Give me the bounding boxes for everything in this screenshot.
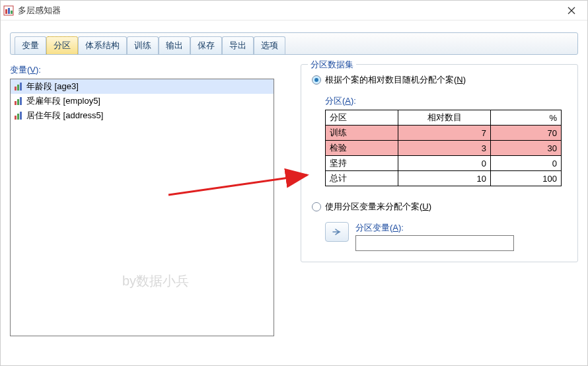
partition-fieldset: 分区数据集 根据个案的相对数目随机分配个案(N) 分区(A): 分区: [301, 64, 578, 262]
radio-label: 根据个案的相对数目随机分配个案(N): [325, 74, 466, 86]
cell-pct: 30: [491, 141, 562, 156]
svg-rect-2: [8, 8, 10, 14]
list-item[interactable]: 受雇年段 [employ5]: [11, 94, 274, 108]
radio-use-variable[interactable]: 使用分区变量来分配个案(U): [312, 201, 567, 213]
fieldset-legend: 分区数据集: [308, 59, 356, 71]
cell-partition: 总计: [326, 171, 398, 186]
tab-3[interactable]: 训练: [127, 36, 159, 54]
partition-variable-label: 分区变量(A):: [355, 222, 514, 234]
th-partition: 分区: [326, 110, 398, 126]
tab-1[interactable]: 分区: [46, 36, 78, 54]
svg-rect-12: [15, 116, 17, 120]
svg-rect-1: [5, 9, 7, 14]
tab-0[interactable]: 变量: [15, 36, 46, 54]
list-item-label: 居住年段 [address5]: [26, 110, 103, 122]
cell-partition: 坚持: [326, 156, 398, 171]
dialog-window: 多层感知器 变量分区体系结构训练输出保存导出选项 变量(V): 年龄段 [age…: [0, 0, 588, 366]
content: 变量(V): 年龄段 [age3]受雇年段 [employ5]居住年段 [add…: [1, 55, 587, 365]
cell-rel[interactable]: 0: [398, 156, 491, 171]
list-item-label: 受雇年段 [employ5]: [26, 95, 100, 107]
th-relative: 相对数目: [398, 110, 491, 126]
close-icon: [568, 7, 575, 15]
partition-variable-row: 分区变量(A):: [325, 222, 567, 251]
variables-panel: 变量(V): 年龄段 [age3]受雇年段 [employ5]居住年段 [add…: [10, 64, 274, 365]
window-title: 多层感知器: [18, 5, 558, 17]
list-item[interactable]: 年龄段 [age3]: [11, 79, 274, 94]
svg-rect-10: [17, 99, 19, 105]
titlebar: 多层感知器: [1, 1, 587, 20]
radio-icon: [312, 202, 321, 211]
table-row[interactable]: 训练770: [326, 126, 562, 141]
svg-rect-6: [15, 87, 17, 91]
tab-6[interactable]: 导出: [222, 36, 254, 54]
close-button[interactable]: [558, 1, 585, 20]
variables-listbox[interactable]: 年龄段 [age3]受雇年段 [employ5]居住年段 [address5]: [10, 79, 274, 336]
tab-5[interactable]: 保存: [190, 36, 222, 54]
cell-rel[interactable]: 7: [398, 126, 491, 141]
variables-label: 变量(V):: [10, 64, 274, 76]
th-pct: %: [491, 110, 562, 126]
radio-icon: [312, 75, 321, 85]
cell-pct: 100: [491, 171, 562, 186]
table-row[interactable]: 检验330: [326, 141, 562, 156]
partition-variable-field[interactable]: [355, 235, 514, 251]
partition-table[interactable]: 分区 相对数目 % 训练770检验330坚持00总计10100: [325, 110, 562, 186]
svg-rect-13: [17, 114, 19, 120]
radio-label: 使用分区变量来分配个案(U): [325, 201, 431, 213]
svg-rect-11: [20, 97, 22, 105]
tab-2[interactable]: 体系结构: [78, 36, 127, 54]
cell-rel[interactable]: 3: [398, 141, 491, 156]
tab-4[interactable]: 输出: [159, 36, 190, 54]
table-section: 分区(A): 分区 相对数目 % 训练770检验330坚持00总计10100: [325, 95, 567, 186]
svg-rect-8: [20, 83, 22, 91]
move-right-button[interactable]: [325, 222, 349, 242]
app-icon: [3, 5, 14, 16]
svg-rect-7: [17, 85, 19, 91]
list-item-label: 年龄段 [age3]: [26, 81, 79, 92]
svg-rect-3: [11, 11, 13, 14]
list-item[interactable]: 居住年段 [address5]: [11, 108, 274, 123]
cell-pct: 70: [491, 126, 562, 141]
radio-random-assign[interactable]: 根据个案的相对数目随机分配个案(N): [312, 74, 567, 86]
partition-panel: 分区数据集 根据个案的相对数目随机分配个案(N) 分区(A): 分区: [274, 64, 578, 365]
table-row[interactable]: 坚持00: [326, 156, 562, 171]
cell-pct: 0: [491, 156, 562, 171]
table-label: 分区(A):: [325, 95, 567, 107]
cell-rel: 10: [398, 171, 491, 186]
partition-variable-block: 分区变量(A):: [355, 222, 514, 251]
arrow-right-icon: [332, 227, 342, 237]
cell-partition: 检验: [326, 141, 398, 156]
table-row-total: 总计10100: [326, 171, 562, 186]
tab-7[interactable]: 选项: [254, 36, 285, 54]
svg-rect-14: [20, 112, 22, 120]
tab-bar: 变量分区体系结构训练输出保存导出选项: [10, 32, 578, 55]
cell-partition: 训练: [326, 126, 398, 141]
svg-rect-9: [15, 101, 17, 105]
